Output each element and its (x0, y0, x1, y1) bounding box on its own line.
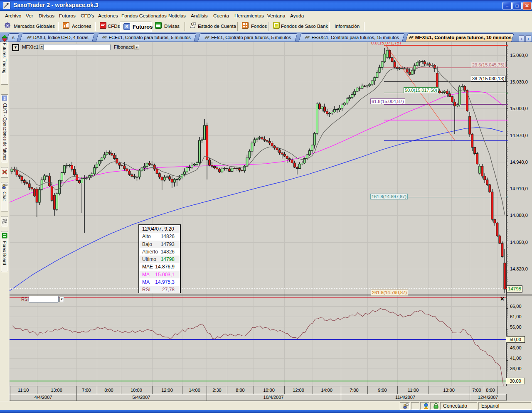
svg-text:8:00: 8:00 (104, 388, 113, 393)
svg-text:14.820,0: 14.820,0 (510, 266, 528, 271)
svg-text:14:00: 14:00 (189, 388, 200, 393)
svg-text:11:10: 11:10 (18, 388, 29, 393)
svg-text:56,00: 56,00 (510, 324, 522, 329)
svg-text:15.060,0: 15.060,0 (510, 53, 528, 58)
svg-text:8:00: 8:00 (486, 388, 495, 393)
svg-text:66,00: 66,00 (510, 304, 522, 309)
svg-text:7:00: 7:00 (82, 388, 91, 393)
svg-text:14.970,0: 14.970,0 (510, 133, 528, 138)
svg-text:10:00: 10:00 (263, 388, 275, 393)
svg-text:36,00: 36,00 (510, 366, 522, 371)
svg-text:14.940,0: 14.940,0 (510, 160, 528, 165)
svg-text:14.910,0: 14.910,0 (510, 186, 528, 191)
svg-text:10:00: 10:00 (131, 388, 142, 393)
svg-text:46,00: 46,00 (510, 345, 522, 350)
svg-text:13:00: 13:00 (51, 388, 62, 393)
svg-text:5/4/2007: 5/4/2007 (133, 395, 150, 400)
svg-text:14.850,0: 14.850,0 (510, 240, 528, 245)
svg-text:7:00: 7:00 (472, 388, 481, 393)
svg-text:41,00: 41,00 (510, 356, 522, 361)
svg-text:4/4/2007: 4/4/2007 (34, 395, 52, 400)
svg-text:9:00: 9:00 (378, 388, 387, 393)
svg-text:13:00: 13:00 (443, 388, 455, 393)
svg-text:10/4/2007: 10/4/2007 (264, 395, 284, 400)
svg-text:12:00: 12:00 (293, 388, 304, 393)
svg-text:15.030,0: 15.030,0 (510, 79, 528, 84)
svg-text:11:00: 11:00 (408, 388, 419, 393)
svg-text:12:00: 12:00 (161, 388, 173, 393)
svg-text:8:00: 8:00 (236, 388, 244, 393)
svg-text:14:00: 14:00 (321, 388, 332, 393)
svg-text:7:00: 7:00 (350, 388, 358, 393)
svg-text:S: S (3, 96, 6, 101)
svg-text:61,00: 61,00 (510, 314, 522, 319)
svg-text:14.880,0: 14.880,0 (510, 213, 528, 218)
svg-text:15.000,0: 15.000,0 (510, 106, 528, 111)
svg-text:12/4/2007: 12/4/2007 (478, 395, 498, 400)
svg-text:11/4/2007: 11/4/2007 (395, 395, 415, 400)
svg-text:2:30: 2:30 (212, 388, 221, 393)
